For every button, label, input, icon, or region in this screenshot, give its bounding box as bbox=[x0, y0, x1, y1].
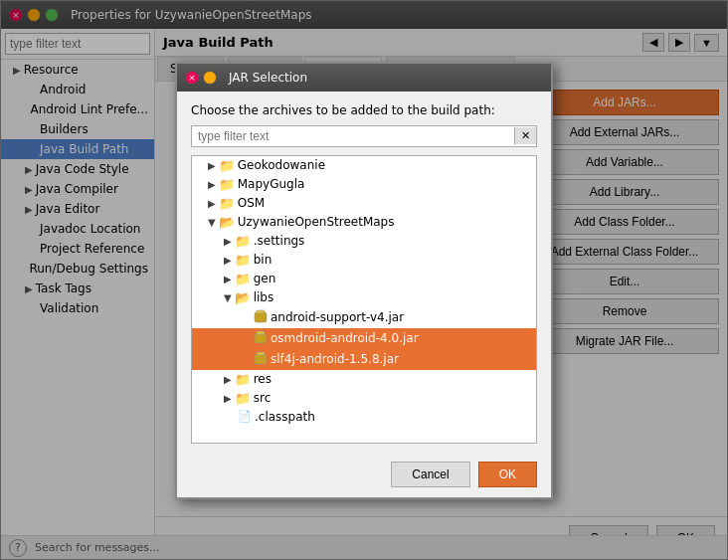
dialog-window-controls: × bbox=[185, 71, 217, 85]
svg-rect-1 bbox=[257, 310, 265, 313]
tree-item-label: bin bbox=[254, 253, 273, 267]
svg-rect-0 bbox=[255, 312, 267, 322]
folder-icon: 📂 bbox=[235, 290, 251, 305]
folder-icon: 📁 bbox=[235, 272, 251, 286]
folder-icon: 📂 bbox=[219, 215, 235, 230]
tree-item-label: .settings bbox=[254, 234, 305, 248]
tree-item-label: UzywanieOpenStreetMaps bbox=[238, 215, 395, 229]
tree-item-label: Geokodowanie bbox=[238, 158, 325, 172]
tree-item-osmdroid[interactable]: osmdroid-android-4.0.jar bbox=[192, 328, 536, 349]
tree-expand-icon: ▶ bbox=[208, 179, 216, 190]
dialog-titlebar: × JAR Selection bbox=[177, 64, 551, 92]
folder-icon: 📁 bbox=[235, 253, 251, 268]
svg-rect-4 bbox=[255, 354, 267, 364]
dialog-filter-input[interactable] bbox=[192, 126, 514, 146]
tree-expand-icon: ▶ bbox=[224, 393, 232, 404]
jar-selection-dialog: × JAR Selection Choose the archives to b… bbox=[175, 62, 553, 499]
folder-icon: 📁 bbox=[219, 177, 235, 192]
dialog-ok-button[interactable]: OK bbox=[478, 462, 537, 487]
svg-rect-3 bbox=[257, 331, 265, 334]
folder-icon: 📁 bbox=[219, 158, 235, 173]
tree-item-label: libs bbox=[254, 290, 274, 304]
dialog-title: JAR Selection bbox=[229, 71, 307, 85]
tree-item-src[interactable]: ▶📁src bbox=[192, 389, 536, 408]
dialog-content: Choose the archives to be added to the b… bbox=[177, 92, 551, 452]
tree-expand-icon: ▶ bbox=[208, 198, 216, 209]
tree-item-res[interactable]: ▶📁res bbox=[192, 370, 536, 389]
jar-file-icon bbox=[254, 309, 268, 326]
folder-icon: 📁 bbox=[235, 372, 251, 387]
tree-item-label: OSM bbox=[238, 196, 265, 210]
tree-item-label: src bbox=[254, 391, 272, 405]
tree-expand-icon: ▶ bbox=[224, 374, 232, 385]
svg-rect-2 bbox=[255, 333, 267, 343]
tree-item-slf4j[interactable]: slf4j-android-1.5.8.jar bbox=[192, 349, 536, 370]
dialog-filter-wrap: ✕ bbox=[191, 125, 537, 147]
tree-expand-icon: ▶ bbox=[224, 236, 232, 247]
tree-expand-icon: ▶ bbox=[208, 160, 216, 171]
tree-item-classpath[interactable]: 📄.classpath bbox=[192, 408, 536, 426]
tree-item-mapygugla[interactable]: ▶📁MapyGugla bbox=[192, 175, 536, 194]
folder-icon: 📁 bbox=[235, 391, 251, 406]
tree-item-android-support[interactable]: android-support-v4.jar bbox=[192, 307, 536, 328]
jar-file-icon bbox=[254, 351, 268, 368]
tree-item-settings[interactable]: ▶📁.settings bbox=[192, 232, 536, 251]
svg-rect-5 bbox=[257, 352, 265, 355]
tree-item-label: osmdroid-android-4.0.jar bbox=[271, 331, 419, 345]
file-tree[interactable]: ▶📁Geokodowanie▶📁MapyGugla▶📁OSM▼📂Uzywanie… bbox=[191, 155, 537, 444]
dialog-cancel-button[interactable]: Cancel bbox=[391, 462, 469, 487]
dialog-bottom-buttons: Cancel OK bbox=[177, 452, 551, 497]
tree-item-label: slf4j-android-1.5.8.jar bbox=[271, 352, 399, 366]
dialog-minimize-button[interactable] bbox=[203, 71, 217, 85]
tree-item-label: res bbox=[254, 372, 272, 386]
dialog-instruction: Choose the archives to be added to the b… bbox=[191, 103, 537, 117]
tree-expand-icon: ▼ bbox=[208, 217, 216, 228]
tree-item-osm[interactable]: ▶📁OSM bbox=[192, 194, 536, 213]
dialog-close-button[interactable]: × bbox=[185, 71, 199, 85]
jar-file-icon: 📄 bbox=[238, 410, 252, 423]
jar-file-icon bbox=[254, 330, 268, 347]
tree-item-libs[interactable]: ▼📂libs bbox=[192, 288, 536, 307]
dialog-overlay: × JAR Selection Choose the archives to b… bbox=[0, 0, 728, 560]
tree-item-label: MapyGugla bbox=[238, 177, 305, 191]
folder-icon: 📁 bbox=[235, 234, 251, 249]
tree-item-bin[interactable]: ▶📁bin bbox=[192, 251, 536, 270]
tree-item-label: .classpath bbox=[255, 410, 315, 424]
tree-item-gen[interactable]: ▶📁gen bbox=[192, 270, 536, 288]
tree-expand-icon: ▶ bbox=[224, 274, 232, 284]
tree-item-label: gen bbox=[254, 272, 276, 285]
dialog-filter-clear-button[interactable]: ✕ bbox=[514, 127, 536, 144]
tree-expand-icon: ▼ bbox=[224, 292, 232, 303]
tree-expand-icon: ▶ bbox=[224, 255, 232, 266]
tree-item-geokodowanie[interactable]: ▶📁Geokodowanie bbox=[192, 156, 536, 175]
tree-item-uzywanie[interactable]: ▼📂UzywanieOpenStreetMaps bbox=[192, 213, 536, 232]
folder-icon: 📁 bbox=[219, 196, 235, 211]
tree-item-label: android-support-v4.jar bbox=[271, 310, 404, 324]
